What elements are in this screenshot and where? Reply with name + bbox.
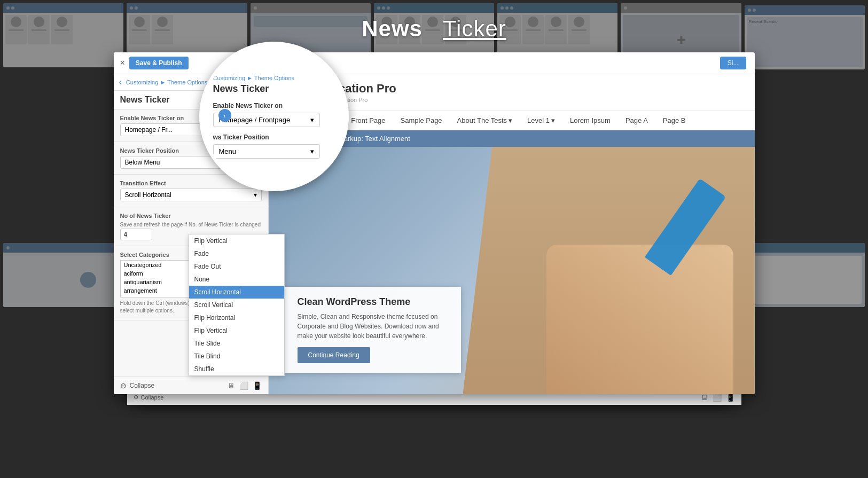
transition-value: Scroll Horizontal: [125, 191, 171, 199]
no-ticker-desc: Save and refresh the page if No. of News…: [120, 221, 262, 229]
collapse-label[interactable]: Collapse: [130, 382, 155, 389]
mag-breadcrumb: Customizing ► Theme Options: [213, 75, 295, 81]
mag-pos-value: Menu: [219, 147, 237, 155]
preview-action-button[interactable]: Si...: [720, 57, 746, 69]
tablet-icon[interactable]: ⬜: [239, 381, 248, 390]
dropdown-option-scroll-vertical[interactable]: Scroll Vertical: [189, 299, 284, 311]
dropdown-option-flip-horizontal[interactable]: Flip Horizontal: [189, 311, 284, 324]
mag-pos-label: ws Ticker Position: [213, 134, 269, 141]
hero-card-title: Clean WordPress Theme: [298, 296, 448, 308]
mag-pos-dropdown[interactable]: Menu ▾: [213, 144, 320, 159]
dropdown-option-tile-slide[interactable]: Tile Slide: [189, 337, 284, 350]
close-button[interactable]: ×: [120, 59, 125, 67]
sidebar-footer: ⊖ Collapse 🖥 ⬜ 📱: [114, 377, 268, 394]
dropdown-option-shuffle[interactable]: Shuffle: [189, 363, 284, 375]
nav-page-b[interactable]: Page B: [655, 111, 693, 130]
site-title: Clean Education Pro: [281, 82, 742, 96]
main-content: News Ticker ⊖ Collapse 🖥 ⬜ 📱 ⊖ Collapse: [0, 0, 868, 478]
mag-title: News Ticker: [213, 83, 269, 95]
mobile-icon[interactable]: 📱: [253, 381, 262, 390]
transition-dropdown-list: Flip Vertical Fade Fade Out None Scroll …: [189, 234, 285, 376]
mag-breadcrumb-text: Customizing ►: [213, 75, 254, 81]
dropdown-option-fade[interactable]: Fade: [189, 247, 284, 260]
nav-about-tests[interactable]: About The Tests ▾: [450, 111, 520, 130]
back-button[interactable]: ‹: [119, 77, 122, 87]
nav-front-page[interactable]: Front Page: [343, 111, 393, 130]
chevron-down-icon: ▾: [509, 116, 512, 124]
ticker-text: Markup: Text Alignment: [338, 135, 410, 143]
mag-dropdown-arrow: ▾: [310, 116, 314, 124]
ticker-pos-value: Below Menu: [125, 159, 160, 166]
mag-enable-label: Enable News Ticker on: [213, 102, 283, 109]
collapse-label-1: Collapse: [141, 394, 164, 401]
continue-reading-button[interactable]: Continue Reading: [298, 347, 370, 363]
dropdown-option-scroll-horizontal[interactable]: Scroll Horizontal: [189, 286, 284, 299]
dropdown-option-tile-blind[interactable]: Tile Blind: [189, 350, 284, 363]
collapse-icon: ⊖: [120, 381, 127, 390]
hero-image: [487, 147, 755, 394]
dropdown-option-flip-vertical-2[interactable]: Flip Vertical: [189, 324, 284, 337]
save-publish-button[interactable]: Save & Publish: [129, 57, 189, 69]
nav-lorem-ipsum[interactable]: Lorem Ipsum: [562, 111, 618, 130]
nav-level1[interactable]: Level 1 ▾: [520, 111, 562, 130]
dropdown-option-fade-out[interactable]: Fade Out: [189, 260, 284, 273]
desktop-icon[interactable]: 🖥: [228, 381, 235, 390]
preview-topbar: × Si...: [269, 52, 755, 74]
site-tagline: Welcome to Clean Education Pro: [281, 97, 742, 103]
nav-page-a[interactable]: Page A: [618, 111, 655, 130]
dropdown-option-flip-vertical[interactable]: Flip Vertical: [189, 234, 284, 247]
circular-magnifier: Customizing ► Theme Options News Ticker …: [199, 42, 349, 191]
no-ticker-label: No of News Ticker: [120, 213, 262, 219]
page-title: News Ticker: [362, 16, 506, 42]
transition-arrow-icon: ▾: [254, 191, 257, 199]
transition-dropdown[interactable]: Scroll Horizontal ▾: [120, 189, 262, 201]
enable-ticker-value: Homepage / Fr...: [125, 126, 173, 134]
nav-sample-page[interactable]: Sample Page: [393, 111, 450, 130]
nav-breadcrumb: Customizing ► Theme Options: [126, 79, 208, 85]
mag-pos-arrow: ▾: [310, 147, 314, 155]
no-ticker-input[interactable]: [120, 229, 152, 240]
hero-card: Clean WordPress Theme Simple, Clean and …: [285, 287, 461, 373]
title-underline: Ticker: [443, 16, 506, 41]
cards-stack: ⊖ Collapse 🖥 ⬜ 📱 ⊖ Collapse 🖥 ⬜ 📱: [114, 52, 755, 405]
dropdown-option-none[interactable]: None: [189, 273, 284, 286]
title-bold: News: [362, 16, 423, 41]
mag-back-button[interactable]: ‹: [218, 109, 231, 122]
chevron-down-icon2: ▾: [551, 116, 555, 124]
hero-card-desc: Simple, Clean and Responsive theme focus…: [298, 312, 448, 341]
mag-breadcrumb-link: Theme Options: [254, 75, 294, 81]
collapse-icon-1: ⊖: [134, 394, 138, 401]
hero-section: Clean WordPress Theme Simple, Clean and …: [269, 147, 755, 394]
